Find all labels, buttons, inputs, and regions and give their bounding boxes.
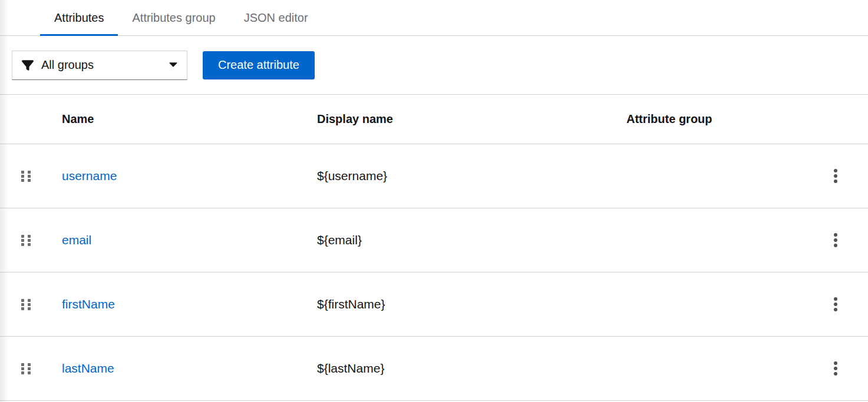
create-attribute-button[interactable]: Create attribute — [203, 51, 315, 79]
table-header-row: Name Display name Attribute group — [0, 95, 868, 144]
group-filter-select[interactable]: All groups — [12, 51, 187, 80]
name-cell: lastName — [50, 361, 305, 376]
kebab-menu-icon[interactable] — [830, 230, 841, 251]
tab-attributes-group-label: Attributes group — [132, 11, 215, 25]
filter-icon — [22, 59, 34, 71]
table-row: username ${username} — [0, 144, 868, 208]
attribute-name-link[interactable]: lastName — [62, 361, 114, 375]
display-name-cell: ${firstName} — [305, 297, 615, 311]
tab-json-editor[interactable]: JSON editor — [230, 0, 322, 35]
attributes-table: Name Display name Attribute group userna… — [0, 95, 868, 401]
display-name-cell: ${lastName} — [305, 361, 615, 376]
drag-handle-icon[interactable] — [21, 171, 31, 182]
tab-attributes[interactable]: Attributes — [40, 0, 118, 35]
toolbar: All groups Create attribute — [0, 36, 868, 95]
tab-attributes-group[interactable]: Attributes group — [118, 0, 229, 35]
actions-cell — [801, 294, 868, 315]
actions-cell — [801, 165, 868, 187]
name-cell: username — [50, 169, 305, 183]
name-cell: firstName — [50, 297, 305, 311]
actions-cell — [801, 230, 868, 251]
drag-cell — [0, 171, 50, 182]
table-row: firstName ${firstName} — [0, 273, 868, 337]
kebab-menu-icon[interactable] — [830, 165, 841, 187]
drag-cell — [0, 235, 50, 246]
actions-cell — [801, 358, 868, 379]
column-header-display-name: Display name — [305, 112, 615, 126]
table-row: email ${email} — [0, 208, 868, 273]
kebab-menu-icon[interactable] — [830, 294, 841, 315]
table-row: lastName ${lastName} — [0, 337, 868, 401]
column-header-name: Name — [50, 112, 305, 126]
name-cell: email — [50, 233, 305, 247]
drag-handle-icon[interactable] — [21, 235, 31, 246]
attribute-name-link[interactable]: firstName — [62, 297, 115, 311]
caret-down-icon — [169, 62, 177, 68]
drag-handle-icon[interactable] — [21, 363, 31, 374]
tab-attributes-label: Attributes — [54, 11, 104, 25]
tab-bar: Attributes Attributes group JSON editor — [0, 0, 868, 36]
drag-handle-icon[interactable] — [21, 299, 31, 310]
group-filter-value: All groups — [41, 58, 94, 72]
attribute-name-link[interactable]: email — [62, 233, 91, 247]
display-name-cell: ${email} — [305, 233, 615, 247]
attribute-name-link[interactable]: username — [62, 169, 117, 182]
drag-cell — [0, 299, 50, 310]
display-name-cell: ${username} — [305, 169, 615, 183]
column-header-attribute-group: Attribute group — [615, 112, 801, 126]
tab-json-editor-label: JSON editor — [244, 11, 308, 25]
drag-cell — [0, 363, 50, 374]
kebab-menu-icon[interactable] — [830, 358, 841, 379]
